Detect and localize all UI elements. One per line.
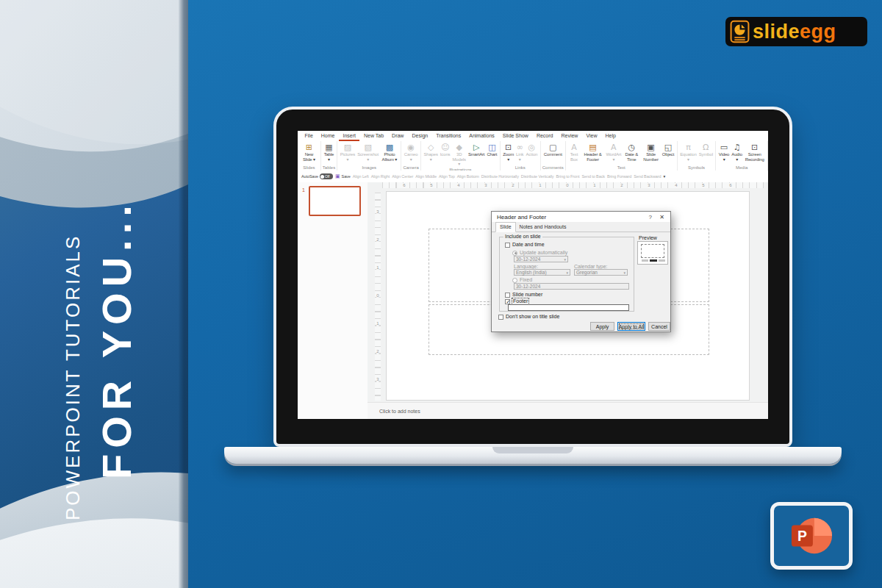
cancel-button[interactable]: Cancel xyxy=(648,322,670,331)
calendar-type-combo[interactable]: Gregorian▾ xyxy=(574,269,628,276)
ribbon-group-symbols: πEquation ▾ΩSymbolSymbols xyxy=(678,141,717,171)
ruler-tick-label: 1 xyxy=(592,183,596,188)
ribbon-group-links: ⊡Zoom ▾∞Link ▾◎ActionLinks xyxy=(501,141,541,171)
chart-button[interactable]: ◫Chart xyxy=(486,142,498,157)
new-slide-button[interactable]: ⊞New Slide ▾ xyxy=(299,142,319,162)
date-format-combo[interactable]: 30-12-2024▾ xyxy=(514,256,568,262)
dialog-titlebar[interactable]: Header and Footer ? ✕ xyxy=(492,212,670,222)
tab-insert[interactable]: Insert xyxy=(339,131,360,141)
update-automatically-radio[interactable] xyxy=(512,251,517,256)
tab-transitions[interactable]: Transitions xyxy=(432,131,465,141)
ruler-tick-label: 0 xyxy=(376,293,379,299)
3d-models-button: ◆3D Models ▾ xyxy=(451,142,467,167)
tab-design[interactable]: Design xyxy=(408,131,432,141)
slide-thumbnail-panel[interactable]: 1 xyxy=(298,182,368,419)
notes-pane[interactable]: Click to add notes xyxy=(368,402,768,419)
tab-help[interactable]: Help xyxy=(601,131,620,141)
slide-number-checkbox[interactable] xyxy=(505,293,510,298)
powerpoint-icon: P xyxy=(789,514,834,557)
dont-show-on-title-slide-label: Don't show on title slide xyxy=(506,314,559,320)
slideegg-egg-icon xyxy=(730,20,750,43)
ribbon-group-media: ▭Video ▾♫Audio ▾⊡Screen RecordingMedia xyxy=(716,141,768,171)
tab-record[interactable]: Record xyxy=(532,131,557,141)
align-right-button: Align Right xyxy=(371,174,390,179)
date-time-button[interactable]: ◷Date & Time xyxy=(623,142,641,162)
text-box-icon: A xyxy=(571,143,577,152)
audio-button[interactable]: ♫Audio ▾ xyxy=(731,142,744,162)
apply-to-all-button[interactable]: Apply to All xyxy=(617,322,645,331)
slide-number-button[interactable]: ▣Slide Number xyxy=(641,142,661,162)
smartart-button[interactable]: ▷SmartArt xyxy=(467,142,485,157)
3d-models-icon: ◆ xyxy=(456,143,462,152)
send-to-back-button: Send to Back xyxy=(581,174,605,179)
powerpoint-window: FileHomeInsertNew TabDrawDesignTransitio… xyxy=(298,131,768,419)
footer-text-input[interactable] xyxy=(508,304,629,311)
ruler-tick-label: 2 xyxy=(511,183,514,188)
zoom-icon: ⊡ xyxy=(505,143,512,152)
tab-home[interactable]: Home xyxy=(317,131,339,141)
apply-button[interactable]: Apply xyxy=(590,322,614,331)
slide-number-option-label: Slide number xyxy=(512,292,542,298)
slideegg-word-egg: egg xyxy=(800,21,836,43)
dialog-close-icon[interactable]: ✕ xyxy=(659,214,664,220)
horizontal-ruler[interactable]: 6543210123456 xyxy=(382,182,764,188)
ruler-tick-label: 2 xyxy=(620,183,623,188)
sidebar-panel: POWERPOINT TUTORIALS FOR YOU... xyxy=(0,0,188,588)
slide-number-icon: ▣ xyxy=(647,143,654,152)
screen-recording-button[interactable]: ⊡Screen Recording xyxy=(743,142,766,162)
ruler-tick-label: 5 xyxy=(701,183,705,188)
comment-icon: ▢ xyxy=(549,143,556,152)
bring-to-front-button: Bring to Front xyxy=(556,174,580,179)
save-button[interactable]: ▣Save xyxy=(335,173,351,179)
tab-slide-show[interactable]: Slide Show xyxy=(498,131,532,141)
fixed-radio[interactable] xyxy=(512,278,517,283)
sidebar-edge-shadow xyxy=(179,0,188,588)
date-format-value: 30-12-2024 xyxy=(516,257,540,262)
photo-album-button[interactable]: ▩Photo Album ▾ xyxy=(380,142,400,162)
footer-checkbox[interactable] xyxy=(505,299,510,304)
ribbon-group-images: ▨Pictures ▾▧Screenshot ▾▩Photo Album ▾Im… xyxy=(337,141,401,171)
date-and-time-checkbox[interactable] xyxy=(505,243,510,248)
object-button[interactable]: ◱Object xyxy=(661,142,675,157)
screenshot-button: ▧Screenshot ▾ xyxy=(356,142,380,162)
ribbon-tabs: FileHomeInsertNew TabDrawDesignTransitio… xyxy=(298,131,768,142)
tab-file[interactable]: File xyxy=(301,131,317,141)
link-icon: ∞ xyxy=(517,143,523,152)
dialog-tab-notes-and-handouts[interactable]: Notes and Handouts xyxy=(516,223,570,232)
video-button[interactable]: ▭Video ▾ xyxy=(717,142,731,162)
symbol-icon: Ω xyxy=(703,143,709,152)
ruler-tick-label: 3 xyxy=(484,183,487,188)
tab-animations[interactable]: Animations xyxy=(465,131,499,141)
fixed-date-input[interactable]: 30-12-2024 xyxy=(514,283,629,290)
dialog-help-button[interactable]: ? xyxy=(649,214,652,220)
slide-thumbnail[interactable] xyxy=(309,186,361,216)
table-icon: ▦ xyxy=(325,143,332,152)
dont-show-on-title-slide-checkbox[interactable] xyxy=(498,315,503,320)
include-on-slide-label: Include on slide xyxy=(503,234,542,239)
qat-overflow-button[interactable]: ▾ xyxy=(663,174,665,179)
tab-draw[interactable]: Draw xyxy=(388,131,408,141)
autosave-toggle[interactable]: AutoSaveOff xyxy=(301,173,333,179)
preview-slide-outline xyxy=(641,244,664,258)
tab-new-tab[interactable]: New Tab xyxy=(359,131,387,141)
table-button[interactable]: ▦Table ▾ xyxy=(323,142,335,162)
comment-button[interactable]: ▢Comment xyxy=(542,142,563,157)
new-slide-icon: ⊞ xyxy=(306,143,312,152)
tab-review[interactable]: Review xyxy=(557,131,582,141)
equation-button: πEquation ▾ xyxy=(679,142,698,162)
ruler-tick-label: 6 xyxy=(402,183,406,188)
ribbon-group-illustrations: ◇Shapes ▾☺Icons◆3D Models ▾▷SmartArt◫Cha… xyxy=(421,141,501,171)
preview-box xyxy=(637,241,668,265)
align-middle-button: Align Middle xyxy=(415,174,437,179)
link-button: ∞Link ▾ xyxy=(515,142,525,162)
header-footer-icon: ▤ xyxy=(589,143,596,152)
page-background: { "sidebar": { "tagline": "POWERPOINT TU… xyxy=(0,0,882,588)
ruler-tick-label: 2 xyxy=(376,237,379,243)
ribbon-group-camera: ◉Cameo ▾Camera xyxy=(401,141,421,171)
language-combo[interactable]: English (India)▾ xyxy=(514,269,570,276)
audio-icon: ♫ xyxy=(734,143,741,152)
header-footer-button[interactable]: ▤Header & Footer xyxy=(581,142,605,162)
dialog-tab-slide[interactable]: Slide xyxy=(495,222,516,232)
tab-view[interactable]: View xyxy=(582,131,601,141)
zoom-button[interactable]: ⊡Zoom ▾ xyxy=(502,142,515,162)
